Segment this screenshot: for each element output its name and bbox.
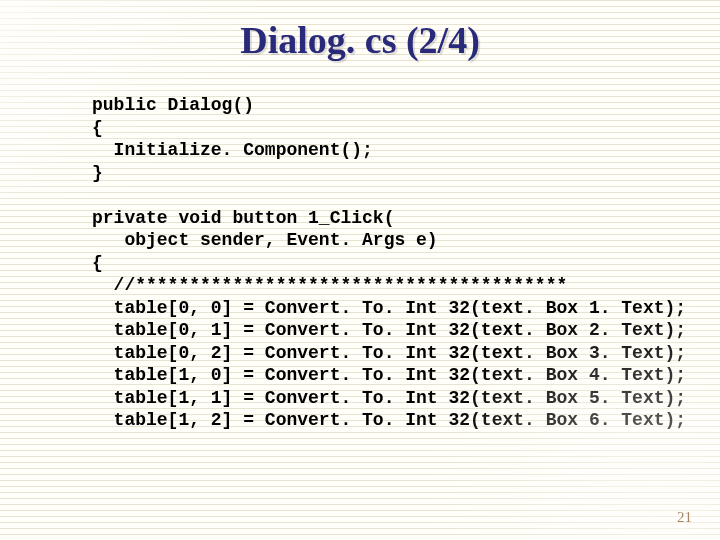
code-line: public Dialog() [92,95,254,115]
code-line: table[0, 1] = Convert. To. Int 32(text. … [92,320,686,340]
code-line: } [92,163,103,183]
page-number: 21 [677,509,692,526]
code-line: //**************************************… [92,275,567,295]
code-line: private void button 1_Click( [92,208,394,228]
code-line: table[1, 1] = Convert. To. Int 32(text. … [92,388,686,408]
code-line: table[0, 0] = Convert. To. Int 32(text. … [92,298,686,318]
code-line: table[1, 0] = Convert. To. Int 32(text. … [92,365,686,385]
slide: Dialog. cs (2/4) public Dialog() { Initi… [0,0,720,540]
code-line: table[0, 2] = Convert. To. Int 32(text. … [92,343,686,363]
code-line: table[1, 2] = Convert. To. Int 32(text. … [92,410,686,430]
code-line: { [92,253,103,273]
code-block: public Dialog() { Initialize. Component(… [92,94,692,432]
code-line: object sender, Event. Args e) [92,230,438,250]
code-line: { [92,118,103,138]
code-line: Initialize. Component(); [92,140,373,160]
slide-title: Dialog. cs (2/4) [0,18,720,62]
